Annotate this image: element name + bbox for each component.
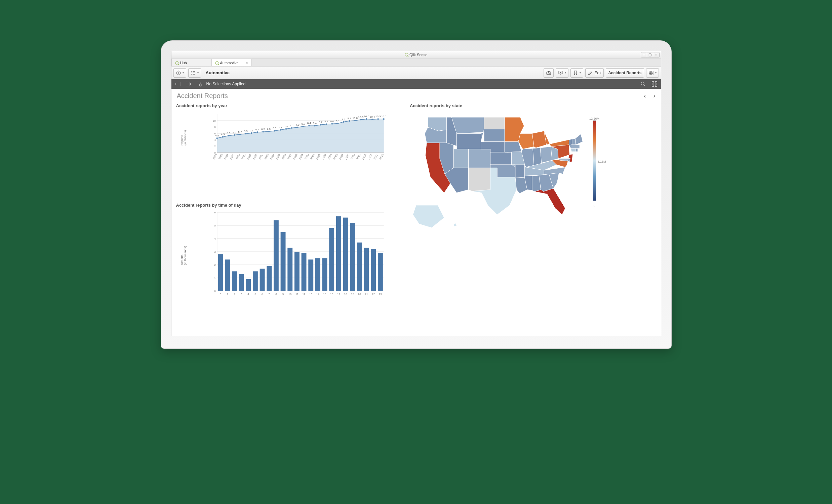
- tab-hub[interactable]: Hub: [172, 59, 212, 66]
- svg-point-75: [326, 123, 327, 125]
- svg-text:11: 11: [295, 293, 298, 296]
- svg-text:2: 2: [234, 293, 235, 296]
- present-button[interactable]: ▾: [556, 68, 568, 78]
- svg-text:1991: 1991: [252, 153, 258, 160]
- selections-tool-button[interactable]: [651, 81, 658, 87]
- svg-text:9.0: 9.0: [330, 120, 334, 123]
- sheet-name-text: Accident Reports: [608, 71, 642, 75]
- svg-point-89: [366, 118, 367, 120]
- edit-label: Edit: [594, 71, 601, 75]
- sheet-title: Accident Reports: [177, 92, 228, 100]
- state-WI[interactable]: [518, 133, 534, 149]
- toolbar: ▾ ▾ Automotive ▾ ▾: [172, 67, 661, 79]
- state-RI[interactable]: [576, 149, 578, 152]
- state-SD[interactable]: [481, 129, 505, 141]
- svg-point-59: [279, 129, 281, 130]
- svg-text:2010: 2010: [361, 153, 367, 160]
- state-CO[interactable]: [469, 149, 491, 168]
- step-back-button[interactable]: [174, 81, 182, 87]
- bookmarks-button[interactable]: ▾: [570, 68, 583, 78]
- state-HI[interactable]: [453, 223, 457, 227]
- state-AK[interactable]: [413, 205, 444, 228]
- chart-reports-by-year[interactable]: Accident reports by year Reports (in Mil…: [176, 103, 407, 200]
- svg-rect-163: [357, 242, 362, 291]
- svg-text:9.1: 9.1: [336, 120, 340, 123]
- svg-point-93: [377, 118, 379, 120]
- svg-point-85: [354, 120, 356, 121]
- svg-text:2000: 2000: [304, 153, 310, 160]
- state-ME[interactable]: [575, 134, 582, 145]
- svg-rect-143: [218, 254, 223, 291]
- chart-reports-by-state[interactable]: Accident reports by state 12.26M 6.13M 0: [410, 103, 659, 333]
- laptop-frame: Qlik Sense – ▢ × Hub Automotive ×: [161, 40, 672, 349]
- svg-text:14: 14: [316, 293, 319, 296]
- svg-point-87: [360, 119, 361, 120]
- svg-point-69: [308, 125, 310, 126]
- svg-rect-21: [652, 82, 653, 83]
- selections-tool-icon: [651, 81, 657, 87]
- close-button[interactable]: ×: [653, 52, 659, 57]
- svg-point-61: [285, 128, 286, 130]
- us-map: [410, 110, 584, 238]
- state-ND[interactable]: [484, 117, 504, 129]
- svg-text:2002: 2002: [315, 153, 321, 160]
- svg-rect-12: [649, 71, 651, 73]
- clear-selections-button[interactable]: [196, 81, 203, 87]
- svg-point-53: [262, 131, 264, 132]
- svg-point-3: [191, 72, 192, 73]
- state-MT[interactable]: [451, 117, 484, 133]
- svg-text:1988: 1988: [235, 153, 241, 160]
- svg-text:7.1: 7.1: [278, 126, 282, 129]
- state-IN[interactable]: [533, 148, 542, 165]
- chart-title: Accident reports by year: [176, 103, 407, 108]
- state-CT[interactable]: [571, 149, 576, 152]
- state-KS[interactable]: [491, 152, 512, 165]
- svg-text:1998: 1998: [292, 153, 298, 160]
- svg-text:1996: 1996: [281, 153, 286, 160]
- svg-rect-154: [294, 252, 299, 291]
- step-forward-button[interactable]: [185, 81, 192, 87]
- state-FL[interactable]: [535, 188, 565, 215]
- svg-text:6.1: 6.1: [250, 129, 254, 132]
- search-button[interactable]: [640, 81, 647, 87]
- svg-text:6: 6: [214, 211, 216, 214]
- state-MA[interactable]: [571, 145, 579, 149]
- minimize-button[interactable]: –: [641, 52, 647, 57]
- svg-rect-4: [192, 73, 195, 73]
- svg-text:2006: 2006: [339, 153, 344, 160]
- edit-button[interactable]: Edit: [585, 68, 604, 78]
- svg-text:17: 17: [337, 293, 340, 296]
- global-menu-button[interactable]: ▾: [174, 68, 186, 78]
- navigation-button[interactable]: ▾: [188, 68, 201, 78]
- svg-text:13: 13: [309, 293, 312, 296]
- state-WY[interactable]: [457, 133, 481, 149]
- svg-text:4.9: 4.9: [221, 133, 225, 136]
- state-UT[interactable]: [453, 149, 469, 168]
- maximize-button[interactable]: ▢: [647, 52, 653, 57]
- qlik-icon: [215, 61, 218, 64]
- svg-rect-6: [192, 74, 195, 74]
- svg-text:5.9: 5.9: [244, 130, 248, 133]
- sheet-content: Accident reports by year Reports (in Mil…: [172, 102, 661, 336]
- svg-text:6.5: 6.5: [261, 128, 265, 131]
- chart-reports-by-time-of-day[interactable]: Accident reports by time of day Reports …: [176, 203, 407, 333]
- svg-rect-7: [547, 72, 551, 74]
- state-IA[interactable]: [504, 141, 521, 152]
- svg-text:16: 16: [330, 293, 333, 296]
- sheet-name-button[interactable]: Accident Reports: [606, 68, 644, 78]
- svg-point-55: [268, 131, 269, 132]
- tab-automotive[interactable]: Automotive ×: [211, 59, 252, 66]
- svg-point-67: [303, 126, 304, 127]
- state-NM[interactable]: [469, 168, 491, 191]
- svg-text:8.9: 8.9: [324, 120, 329, 123]
- svg-point-77: [331, 123, 333, 124]
- svg-text:2013: 2013: [379, 153, 384, 160]
- snapshot-button[interactable]: [544, 68, 554, 78]
- close-icon[interactable]: ×: [246, 61, 248, 65]
- sheets-button[interactable]: ▾: [646, 68, 659, 78]
- prev-sheet-button[interactable]: ‹: [644, 92, 646, 100]
- svg-text:5: 5: [255, 293, 256, 296]
- svg-text:2009: 2009: [356, 153, 361, 160]
- next-sheet-button[interactable]: ›: [653, 92, 655, 100]
- svg-text:1994: 1994: [269, 153, 275, 160]
